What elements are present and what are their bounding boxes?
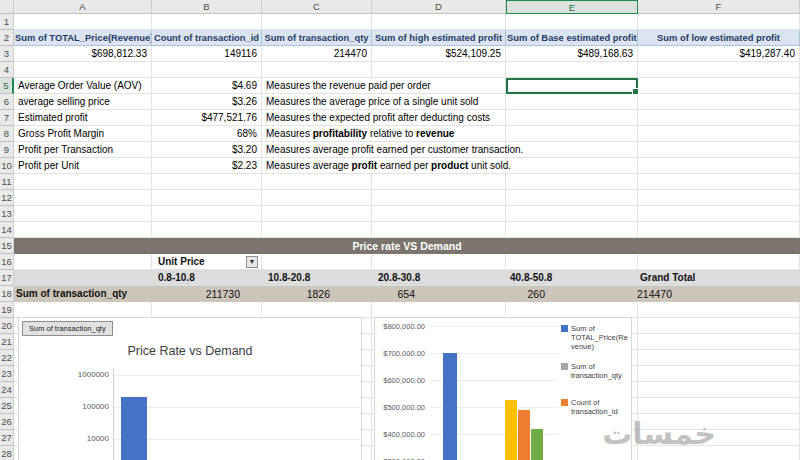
cell-A14[interactable]: [14, 222, 152, 238]
cell-A11[interactable]: [14, 174, 152, 190]
cell-C9[interactable]: Measures average profit earned per custo…: [262, 142, 506, 158]
column-header-C[interactable]: C: [262, 0, 372, 14]
cell-B13[interactable]: [152, 206, 262, 222]
column-header-A[interactable]: A: [14, 0, 152, 14]
cell-E2[interactable]: Sum of Base estimated profit: [506, 30, 638, 46]
row-header-2[interactable]: 2: [0, 30, 14, 46]
row-header-5[interactable]: 5: [0, 78, 14, 94]
cell-B14[interactable]: [152, 222, 262, 238]
row-header-7[interactable]: 7: [0, 110, 14, 126]
row-header-17[interactable]: 17: [0, 270, 14, 286]
row-header-25[interactable]: 25: [0, 398, 14, 414]
row-header-20[interactable]: 20: [0, 318, 14, 334]
row-header-16[interactable]: 16: [0, 254, 14, 270]
cell-D1[interactable]: [372, 14, 506, 30]
cell-C1[interactable]: [262, 14, 372, 30]
cell-A9[interactable]: Profit per Transaction: [14, 142, 152, 158]
row-header-10[interactable]: 10: [0, 158, 14, 174]
cell-F25[interactable]: [638, 398, 800, 414]
cell-A2[interactable]: Sum of TOTAL_Price(Revenue): [14, 30, 152, 46]
column-header-D[interactable]: D: [372, 0, 506, 14]
row-header-22[interactable]: 22: [0, 350, 14, 366]
fill-handle[interactable]: [632, 88, 639, 95]
cell-D4[interactable]: [372, 62, 506, 78]
cell-C13[interactable]: [262, 206, 372, 222]
cell-B12[interactable]: [152, 190, 262, 206]
cell-C4[interactable]: [262, 62, 372, 78]
cell-F21[interactable]: [638, 334, 800, 350]
column-header-B[interactable]: B: [152, 0, 262, 14]
select-all-corner[interactable]: [0, 0, 14, 14]
cell-B3[interactable]: 149116: [152, 46, 262, 62]
cell-F6[interactable]: [638, 94, 800, 110]
cell-F4[interactable]: [638, 62, 800, 78]
cell-D3[interactable]: $524,109.25: [372, 46, 506, 62]
row-header-18[interactable]: 18: [0, 286, 14, 302]
cell-E7[interactable]: [506, 110, 638, 126]
cell-C12[interactable]: [262, 190, 372, 206]
cell-F8[interactable]: [638, 126, 800, 142]
cell-A5[interactable]: Average Order Value (AOV): [14, 78, 152, 94]
row-header-24[interactable]: 24: [0, 382, 14, 398]
cell-F1[interactable]: [638, 14, 800, 30]
cell-E12[interactable]: [506, 190, 638, 206]
cell-E3[interactable]: $489,168.63: [506, 46, 638, 62]
pivot-field-button[interactable]: Sum of transaction_qty: [22, 321, 113, 336]
cell-F13[interactable]: [638, 206, 800, 222]
cell-A7[interactable]: Estimated profit: [14, 110, 152, 126]
cell-B19[interactable]: [152, 302, 262, 318]
cell-B6[interactable]: $3.26: [152, 94, 262, 110]
cell-E19[interactable]: [506, 302, 638, 318]
cell-A3[interactable]: $698,812.33: [14, 46, 152, 62]
cell-B7[interactable]: $477,521.76: [152, 110, 262, 126]
cell-A19[interactable]: [14, 302, 152, 318]
cell-B1[interactable]: [152, 14, 262, 30]
cell-C3[interactable]: 214470: [262, 46, 372, 62]
cell-F22[interactable]: [638, 350, 800, 366]
cell-D13[interactable]: [372, 206, 506, 222]
row-header-28[interactable]: 28: [0, 446, 14, 460]
cell-E8[interactable]: [506, 126, 638, 142]
cell-B4[interactable]: [152, 62, 262, 78]
row-header-6[interactable]: 6: [0, 94, 14, 110]
cell-E4[interactable]: [506, 62, 638, 78]
row-header-23[interactable]: 23: [0, 366, 14, 382]
legend-item[interactable]: Count of transaction_id: [561, 398, 631, 416]
row-header-26[interactable]: 26: [0, 414, 14, 430]
row-header-21[interactable]: 21: [0, 334, 14, 350]
row-header-12[interactable]: 12: [0, 190, 14, 206]
column-header-F[interactable]: F: [638, 0, 800, 14]
cell-D14[interactable]: [372, 222, 506, 238]
cell-F2[interactable]: Sum of low estimated profit: [638, 30, 800, 46]
cell-A12[interactable]: [14, 190, 152, 206]
cell-C8[interactable]: Measures profitability relative to reven…: [262, 126, 506, 142]
row-header-1[interactable]: 1: [0, 14, 14, 30]
cell-F9[interactable]: [638, 142, 800, 158]
cell-C14[interactable]: [262, 222, 372, 238]
cell-C6[interactable]: Measures the average price of a single u…: [262, 94, 506, 110]
cell-C11[interactable]: [262, 174, 372, 190]
cell-C19[interactable]: [262, 302, 372, 318]
row-header-27[interactable]: 27: [0, 430, 14, 446]
column-header-E[interactable]: E: [506, 0, 638, 14]
cell-B11[interactable]: [152, 174, 262, 190]
cell-E13[interactable]: [506, 206, 638, 222]
cell-B10[interactable]: $2.23: [152, 158, 262, 174]
cell-F19[interactable]: [638, 302, 800, 318]
cell-F14[interactable]: [638, 222, 800, 238]
legend-item[interactable]: Sum of TOTAL_Price(Revenue): [561, 324, 631, 351]
cell-E10[interactable]: [506, 158, 638, 174]
cell-C7[interactable]: Measures the expected profit after deduc…: [262, 110, 506, 126]
cell-C2[interactable]: Sum of transaction_qty: [262, 30, 372, 46]
cell-B5[interactable]: $4.69: [152, 78, 262, 94]
bar-0[interactable]: [443, 353, 457, 460]
cell-F23[interactable]: [638, 366, 800, 382]
cell-B2[interactable]: Count of transaction_id: [152, 30, 262, 46]
chart-price-rate-vs-demand[interactable]: Sum of transaction_qty Price Rate vs Dem…: [18, 317, 362, 460]
cell-D11[interactable]: [372, 174, 506, 190]
cell-F10[interactable]: [638, 158, 800, 174]
chart-profit-summary[interactable]: $800,000.00$700,000.00$600,000.00$500,00…: [374, 317, 632, 460]
row-header-8[interactable]: 8: [0, 126, 14, 142]
row-header-14[interactable]: 14: [0, 222, 14, 238]
cell-F3[interactable]: $419,287.40: [638, 46, 800, 62]
